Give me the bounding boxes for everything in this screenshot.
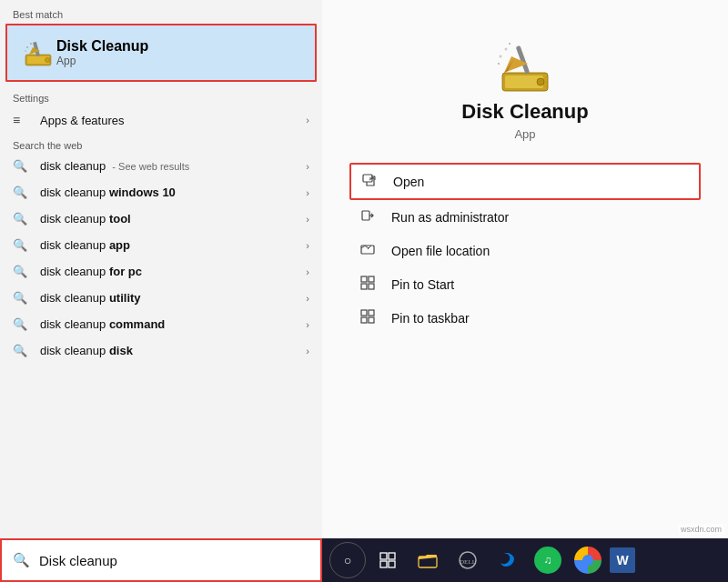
result-text-4: disk cleanup for pc [40,265,306,278]
search-bar[interactable]: 🔍 [0,538,322,582]
word-btn[interactable]: W [610,547,635,573]
watermark: wsxdn.com [678,524,724,535]
search-panel: Best match Disk Cleanup App Settings ≡ A… [0,0,322,582]
taskbar: ○ DELL ♫ W [322,538,728,582]
run-as-admin-action[interactable]: Run as administrator [349,200,701,234]
edge-icon [499,551,517,569]
pin-to-taskbar-icon [360,309,380,326]
svg-point-7 [25,50,26,52]
web-result-1[interactable]: 🔍 disk cleanup windows 10 › [0,179,322,206]
svg-point-10 [537,78,544,85]
open-file-location-icon [360,242,380,259]
disk-cleanup-icon-small [20,35,56,71]
web-result-4[interactable]: 🔍 disk cleanup for pc › [0,258,322,285]
disk-cleanup-icon-large [493,36,557,100]
svg-point-2 [46,58,50,63]
search-icon-3: 🔍 [13,238,31,252]
svg-point-15 [505,48,508,51]
search-input[interactable] [39,553,309,568]
task-view-icon [379,552,396,568]
svg-rect-29 [369,310,374,316]
best-match-item[interactable]: Disk Cleanup App [5,24,317,82]
svg-rect-32 [380,553,387,559]
svg-rect-35 [389,561,395,567]
search-taskbar-icon: ○ [344,553,351,567]
pin-to-start-action[interactable]: Pin to Start [349,267,701,301]
word-icon: W [616,553,628,567]
result-text-0: disk cleanup - See web results [40,159,306,173]
task-view-btn[interactable] [369,542,406,578]
svg-point-6 [30,43,32,45]
open-action[interactable]: Open [349,163,701,200]
spotify-icon: ♫ [534,547,561,574]
svg-point-5 [26,46,28,48]
svg-rect-20 [362,211,369,220]
result-text-2: disk cleanup tool [40,212,306,226]
pin-to-start-icon [360,276,380,293]
result-text-1: disk cleanup windows 10 [40,186,306,199]
best-match-label: Best match [0,0,322,24]
open-file-location-label: Open file location [391,244,490,258]
svg-rect-34 [380,561,387,567]
dell-btn[interactable]: DELL [450,542,486,578]
search-taskbar-btn[interactable]: ○ [329,542,366,578]
search-icon-0: 🔍 [13,159,31,173]
run-as-admin-icon [360,208,380,226]
svg-rect-25 [369,276,374,282]
app-title: Disk Cleanup [461,100,588,124]
search-icon-1: 🔍 [13,186,31,199]
result-text-7: disk cleanup disk [40,344,306,357]
svg-rect-30 [361,317,367,323]
spotify-btn[interactable]: ♫ [530,542,566,578]
svg-rect-31 [369,317,374,323]
result-text-6: disk cleanup command [40,317,306,331]
svg-line-23 [368,246,371,249]
search-bar-icon: 🔍 [13,552,30,568]
svg-rect-33 [389,553,395,559]
web-result-0[interactable]: 🔍 disk cleanup - See web results › [0,153,322,179]
svg-point-16 [498,63,500,65]
svg-point-17 [509,43,511,45]
pin-to-taskbar-action[interactable]: Pin to taskbar [349,301,701,335]
web-result-7[interactable]: 🔍 disk cleanup disk › [0,337,322,364]
edge-btn[interactable] [490,542,526,578]
chrome-icon [574,547,602,574]
apps-features-chevron: › [306,115,309,125]
action-list: Open Run as administrator Open file [322,163,728,335]
web-result-2[interactable]: 🔍 disk cleanup tool › [0,206,322,232]
web-result-5[interactable]: 🔍 disk cleanup utility › [0,285,322,311]
best-match-app-label: App [56,55,148,67]
search-icon-4: 🔍 [13,265,31,278]
apps-features-item[interactable]: ≡ Apps & features › [0,105,322,135]
search-icon-5: 🔍 [13,291,31,305]
pin-to-taskbar-label: Pin to taskbar [391,311,470,326]
apps-features-icon: ≡ [13,113,31,127]
pin-to-start-label: Pin to Start [391,277,454,292]
svg-rect-27 [369,284,374,289]
search-icon-7: 🔍 [13,344,31,357]
right-panel: Disk Cleanup App Open Ru [322,0,728,582]
svg-rect-28 [361,310,367,316]
svg-rect-26 [361,284,367,289]
best-match-title: Disk Cleanup [56,38,148,55]
dell-icon: DELL [458,550,478,570]
search-icon-6: 🔍 [13,317,31,331]
open-label: Open [393,175,424,189]
svg-rect-24 [361,276,367,282]
web-result-3[interactable]: 🔍 disk cleanup app › [0,232,322,258]
app-subtitle: App [514,127,535,141]
svg-point-14 [500,55,502,58]
chrome-btn[interactable] [570,542,606,578]
result-text-3: disk cleanup app [40,238,306,252]
file-explorer-btn[interactable] [410,542,446,578]
file-explorer-icon [418,552,438,568]
result-text-5: disk cleanup utility [40,291,306,305]
open-file-location-action[interactable]: Open file location [349,234,701,267]
settings-label: Settings [0,87,322,105]
search-web-label: Search the web [0,135,322,153]
apps-features-label: Apps & features [40,114,306,127]
search-icon-2: 🔍 [13,212,31,226]
web-result-6[interactable]: 🔍 disk cleanup command › [0,311,322,337]
svg-text:DELL: DELL [460,558,476,566]
open-icon [362,173,382,190]
